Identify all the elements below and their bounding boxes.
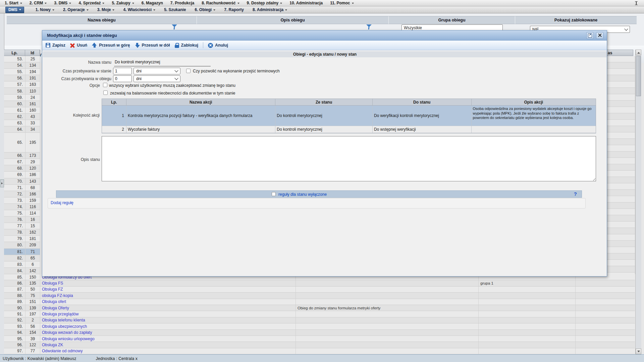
opis-stanu-textarea[interactable] [102, 136, 596, 181]
grid-row[interactable]: 88. 75 obsługa FZ-kopia [4, 293, 635, 299]
czas-obiegu-unit-select[interactable]: dni [133, 75, 180, 82]
filter-header-nazwa-obiegu[interactable]: Nazwa obiegu [7, 16, 197, 24]
czas-stanie-unit-select[interactable]: dni [133, 68, 180, 74]
toolbar-button[interactable]: Przesuń w dół [135, 43, 170, 48]
menu-item[interactable]: 4. Sprzedaż [78, 1, 104, 5]
dodaj-regule-link[interactable]: Dodaj regułę [51, 200, 73, 205]
nazwa-obiegu-link[interactable]: obsługa FZ-kopia [40, 293, 296, 298]
module-menu-item[interactable]: 3. Moje [97, 7, 115, 12]
grid-row[interactable]: 53.25 [4, 56, 40, 62]
menu-item[interactable]: 3. DMS [54, 1, 71, 5]
grid-row[interactable]: 68.120 [4, 165, 40, 172]
scroll-up-button[interactable] [636, 50, 641, 55]
splitter-handle[interactable] [0, 179, 4, 187]
grid-row[interactable]: 77.15 [4, 223, 40, 229]
modal-close-button[interactable] [596, 32, 603, 39]
grid-row[interactable]: 80.209 [4, 242, 40, 248]
opcja-akceptacja-checkbox[interactable] [103, 83, 107, 87]
grid-row[interactable]: 64.34 [4, 126, 40, 133]
grid-row[interactable]: 59.24 [4, 95, 40, 101]
module-menu-item[interactable]: 2. Operacje [63, 7, 89, 12]
nazwa-obiegu-link[interactable]: Obsługa wniosku urlopowego [40, 336, 296, 342]
grid-row[interactable]: 94. 154 Obsługa wezwań do zapłaty [4, 330, 635, 336]
menu-item[interactable]: 8. Rachunkowość [202, 1, 239, 5]
menu-item[interactable]: 7. Produkcja [170, 1, 194, 5]
nazwa-obiegu-link[interactable]: Obsługa ofert [40, 299, 296, 305]
module-chip[interactable]: DMS [5, 7, 24, 13]
filter-header-pokazuj-zablokowane[interactable]: Pokazuj zablokowane [515, 16, 637, 24]
nazwa-obiegu-link[interactable]: Obsługa telefonu klienta [40, 317, 296, 323]
przejscia-terminowe-checkbox[interactable] [186, 69, 191, 73]
module-menu-item[interactable]: 1. Nowy [36, 7, 54, 12]
module-menu-item[interactable]: 8. Administracja [253, 7, 287, 12]
actions-column-header[interactable]: Do stanu [373, 99, 472, 105]
grid-row[interactable]: 57.163 [4, 81, 40, 88]
toolbar-button[interactable]: Anuluj [208, 43, 228, 48]
menu-item[interactable]: 9. Dostęp zdalny [247, 1, 282, 5]
grid-row[interactable]: 87. 50 Obsługa FZ [4, 287, 635, 293]
grid-row[interactable]: 86. 135 Obsługa FS grupa 1 [4, 280, 635, 286]
grid-row[interactable]: 76.16 [4, 217, 40, 223]
modal-titlebar[interactable]: Modyfikacja akcji i stanów obiegu [42, 31, 607, 41]
scrollbar-thumb[interactable] [636, 56, 641, 96]
czas-stanie-input[interactable]: 1 [113, 68, 132, 74]
grid-row[interactable]: 55.194 [4, 69, 40, 75]
grid-row[interactable]: 96. 122 Obsługa ZK [4, 342, 635, 348]
grid-row[interactable]: 69.186 [4, 172, 40, 178]
nazwa-obiegu-link[interactable]: Obsługa FS [40, 280, 296, 286]
nazwa-stanu-value[interactable]: Do kontroli merytorycznej [115, 60, 160, 64]
help-icon[interactable]: ? [574, 191, 577, 197]
grid-row[interactable]: 91. 197 Obsługa przeglądów [4, 311, 635, 317]
menu-item[interactable]: 2. CRM [30, 1, 47, 5]
grid-header-id[interactable]: Id [25, 50, 40, 56]
grid-row[interactable]: 71.68 [4, 185, 40, 191]
nazwa-obiegu-link[interactable]: Obsługa wezwań do zapłaty [40, 330, 296, 336]
module-menu-item[interactable]: 4. Właściwości [123, 7, 155, 12]
actions-column-header[interactable]: Opis akcji [472, 99, 596, 105]
grid-header-lp[interactable]: Lp. [4, 50, 25, 56]
nazwa-obiegu-link[interactable]: Obsługa FZ [40, 287, 296, 292]
grid-row[interactable]: 62.43 [4, 114, 40, 120]
grid-row[interactable]: 93. 56 Obsługa ubezpieczonych [4, 323, 635, 329]
grid-row[interactable]: 83.6 [4, 261, 40, 268]
filter-header-grupa-obiegu[interactable]: Grupa obiegu [389, 16, 515, 24]
grid-row[interactable]: 60.161 [4, 101, 40, 107]
grid-row[interactable]: 89. 151 Obsługa ofert [4, 299, 635, 305]
grid-row[interactable]: 58.110 [4, 88, 40, 94]
nazwa-obiegu-link[interactable]: Obsługa Oferty [40, 305, 296, 311]
toolbar-button[interactable]: Zapisz [46, 43, 65, 48]
grid-row[interactable]: 79.181 [4, 236, 40, 242]
popout-button[interactable] [586, 32, 594, 39]
grid-row[interactable]: 92. 2 Obsługa telefonu klienta [4, 317, 635, 323]
opcja-balansowanie-checkbox[interactable] [103, 90, 108, 95]
grid-row[interactable]: 90. 139 Obsługa Oferty Obieg do zmiany s… [4, 305, 635, 311]
menu-item[interactable]: 5. Zakupy [112, 1, 134, 5]
grid-row[interactable]: 81.71 [4, 249, 40, 255]
menu-item[interactable]: 1. Start [5, 1, 22, 5]
grid-row[interactable]: 75.114 [4, 210, 40, 217]
grid-row[interactable]: 65.195 [4, 133, 40, 153]
nazwa-obiegu-link[interactable]: Obsługa ubezpieczonych [40, 323, 296, 329]
grid-row[interactable]: 72.166 [4, 191, 40, 197]
grid-row[interactable]: 78.162 [4, 229, 40, 236]
menu-item[interactable]: 11. Pomoc [330, 1, 354, 5]
menu-item[interactable]: 6. Magazyn [142, 1, 163, 5]
vertical-scrollbar[interactable] [635, 50, 641, 354]
grid-row[interactable]: 56.191 [4, 75, 40, 81]
scroll-down-button[interactable] [636, 349, 641, 354]
grid-row[interactable]: 61.160 [4, 107, 40, 114]
actions-column-header[interactable]: Lp. [102, 99, 126, 105]
grid-row[interactable]: 73.159 [4, 197, 40, 204]
module-menu-item[interactable]: 7. Raporty [224, 7, 244, 12]
reguly-wylaczone-checkbox[interactable] [272, 192, 276, 196]
menu-item[interactable]: 10. Administracja [289, 1, 323, 5]
action-row[interactable]: 2 Wycofanie faktury Do kontroli merytory… [102, 126, 596, 133]
grid-row[interactable]: 95. 39 Obsługa wniosku urlopowego [4, 336, 635, 342]
actions-column-header[interactable]: Nazwa akcji [126, 99, 275, 105]
nazwa-obiegu-link[interactable]: Obsługa przeglądów [40, 311, 296, 317]
toolbar-button[interactable]: Zablokuj [175, 43, 198, 48]
grid-row[interactable]: 63.33 [4, 120, 40, 126]
grid-row[interactable]: 54.134 [4, 62, 40, 69]
grid-row[interactable]: 84.142 [4, 268, 40, 274]
resize-grip[interactable] [592, 177, 595, 181]
